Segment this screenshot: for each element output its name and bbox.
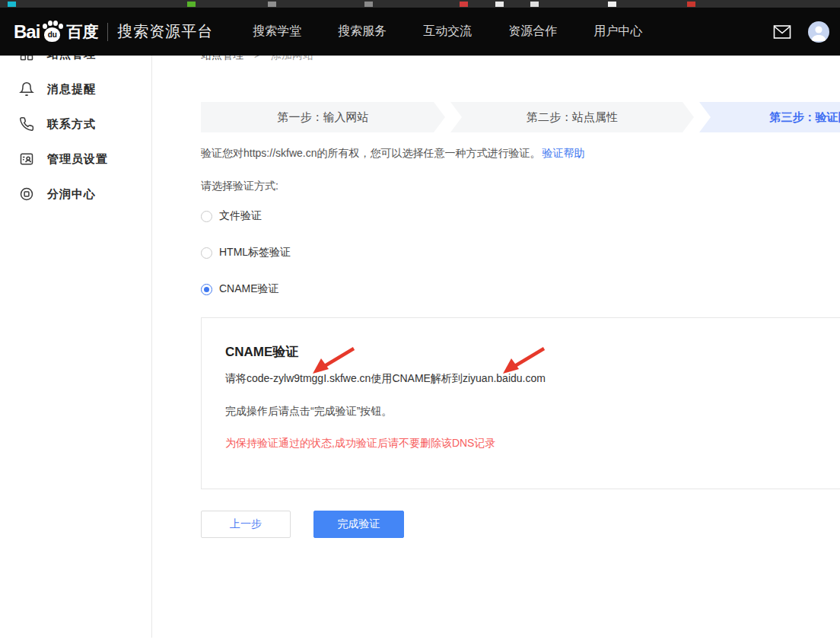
choose-method-label: 请选择验证方式: [201, 180, 278, 193]
admin-card-icon [19, 151, 34, 167]
sidebar-item-label: 管理员设置 [47, 152, 108, 167]
sidebar-item-profit-center[interactable]: 分润中心 [0, 177, 151, 212]
sidebar: 站点管理 消息提醒 联系方式 管理员设置 [0, 8, 152, 638]
complete-verification-button[interactable]: 完成验证 [313, 511, 404, 538]
browser-tab-favicon[interactable] [8, 2, 16, 7]
radio-icon[interactable] [201, 211, 212, 222]
browser-tab-favicon[interactable] [268, 2, 276, 7]
mail-icon[interactable] [773, 24, 791, 40]
header-right [773, 21, 829, 43]
browser-tab-strip [0, 0, 840, 8]
previous-step-button[interactable]: 上一步 [201, 511, 291, 538]
baidu-logo[interactable]: Bai du 百度 搜索资源平台 [14, 21, 213, 43]
radio-label: HTML标签验证 [219, 246, 291, 259]
baidu-paw-icon: du [41, 21, 64, 43]
nav-item-search-service[interactable]: 搜索服务 [338, 24, 387, 40]
logo-text-du: du [44, 27, 60, 42]
step-1: 第一步：输入网站 [201, 102, 445, 132]
browser-tab-favicon[interactable] [608, 2, 616, 7]
page: Bai du 百度 搜索资源平台 搜索学堂 搜索服务 互动交流 资源合作 用户中… [0, 0, 840, 643]
browser-tab-favicon[interactable] [687, 2, 695, 7]
browser-tab-favicon[interactable] [187, 2, 196, 7]
radio-icon-selected[interactable] [201, 284, 212, 295]
browser-tab-favicon[interactable] [364, 2, 373, 7]
dns-warning-text: 为保持验证通过的状态,成功验证后请不要删除该DNS记录 [225, 437, 495, 450]
radio-html-tag-verification[interactable]: HTML标签验证 [201, 246, 291, 259]
red-arrow-icon [308, 345, 361, 376]
browser-tab-favicon[interactable] [530, 2, 539, 7]
radio-cname-verification[interactable]: CNAME验证 [201, 282, 279, 296]
nav-item-interaction[interactable]: 互动交流 [423, 24, 472, 40]
sidebar-item-contact[interactable]: 联系方式 [0, 107, 151, 142]
sidebar-item-message-alert[interactable]: 消息提醒 [0, 72, 151, 107]
cname-instruction: 请将code-zylw9tmggI.skfwe.cn使用CNAME解析到ziyu… [225, 372, 546, 386]
sidebar-item-label: 分润中心 [47, 187, 96, 202]
logo-text-cn: 百度 [66, 21, 98, 43]
completion-note: 完成操作后请点击“完成验证”按钮。 [225, 405, 392, 419]
profit-circle-icon [19, 186, 34, 202]
step-2: 第二步：站点属性 [450, 102, 694, 132]
red-arrow-icon [498, 345, 552, 376]
bell-icon [19, 81, 34, 97]
header-nav: 搜索学堂 搜索服务 互动交流 资源合作 用户中心 [253, 24, 679, 40]
step-3-active: 第三步：验证网站 [699, 102, 840, 132]
panel-title: CNAME验证 [225, 343, 298, 361]
nav-item-resource-coop[interactable]: 资源合作 [508, 24, 557, 40]
radio-label: CNAME验证 [219, 282, 279, 296]
browser-tab-favicon[interactable] [495, 2, 504, 7]
browser-tab-favicon[interactable] [460, 2, 468, 7]
logo-text-bai: Bai [14, 21, 40, 43]
step-indicator: 第一步：输入网站 第二步：站点属性 第三步：验证网站 [201, 102, 840, 132]
nav-item-user-center[interactable]: 用户中心 [593, 24, 642, 40]
verify-help-link[interactable]: 验证帮助 [542, 147, 584, 159]
sidebar-item-label: 消息提醒 [47, 82, 96, 97]
logo-divider [107, 23, 108, 41]
nav-item-search-school[interactable]: 搜索学堂 [253, 24, 301, 40]
verify-intro-text: 验证您对https://skfwe.cn的所有权，您可以选择任意一种方式进行验证… [201, 147, 540, 159]
phone-icon [19, 116, 34, 132]
app-header: Bai du 百度 搜索资源平台 搜索学堂 搜索服务 互动交流 资源合作 用户中… [0, 8, 840, 56]
radio-file-verification[interactable]: 文件验证 [201, 209, 262, 223]
verify-intro: 验证您对https://skfwe.cn的所有权，您可以选择任意一种方式进行验证… [201, 147, 584, 161]
platform-title: 搜索资源平台 [117, 21, 213, 42]
sidebar-item-admin-settings[interactable]: 管理员设置 [0, 142, 151, 177]
radio-label: 文件验证 [219, 209, 262, 223]
cname-verification-panel: CNAME验证 请将code-zylw9tmggI.skfwe.cn使用CNAM… [201, 317, 840, 489]
radio-icon[interactable] [201, 247, 212, 259]
user-avatar[interactable] [808, 21, 829, 43]
sidebar-item-label: 联系方式 [47, 117, 96, 132]
main-content: 站点管理 > 添加网站 第一步：输入网站 第二步：站点属性 第三步：验证网站 验… [152, 8, 840, 643]
action-buttons: 上一步 完成验证 [201, 511, 404, 538]
